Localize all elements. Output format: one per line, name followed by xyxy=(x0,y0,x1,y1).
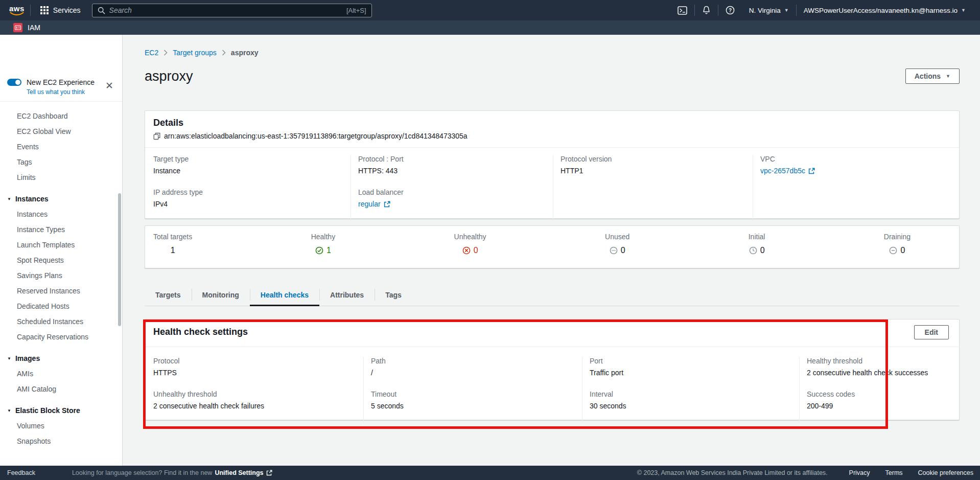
sidebar-section-elastic-block-store[interactable]: ▼ Elastic Block Store xyxy=(0,403,122,418)
details-column-3: Protocol version HTTP1 xyxy=(553,155,753,221)
sidebar-item-launch-templates[interactable]: Launch Templates xyxy=(0,237,122,253)
actions-button[interactable]: Actions ▼ xyxy=(905,68,960,84)
region-selector[interactable]: N. Virginia ▼ xyxy=(742,0,796,20)
field-port: Port Traffic port xyxy=(590,357,799,377)
field-timeout: Timeout 5 seconds xyxy=(371,390,582,410)
field-value: 200-499 xyxy=(807,402,959,410)
sidebar-item-amis[interactable]: AMIs xyxy=(0,366,122,381)
sidebar-section-label: Images xyxy=(15,354,40,362)
services-label: Services xyxy=(53,6,81,14)
sidebar-item-ami-catalog[interactable]: AMI Catalog xyxy=(0,381,122,397)
copy-icon[interactable] xyxy=(153,132,160,140)
services-menu-button[interactable]: Services xyxy=(36,0,85,20)
health-check-column-1: Protocol HTTPS Unhealthy threshold 2 con… xyxy=(145,357,363,423)
summary-value: 0 xyxy=(621,246,625,255)
recently-visited-bar: IAM xyxy=(0,20,980,35)
unhealthy-status-icon xyxy=(462,246,471,255)
unified-settings-link[interactable]: Unified Settings xyxy=(215,469,263,476)
iam-service-link[interactable]: IAM xyxy=(28,24,40,32)
cloudshell-terminal-icon xyxy=(678,6,687,15)
summary-value: 1 xyxy=(326,246,331,255)
sidebar-item-instance-types[interactable]: Instance Types xyxy=(0,222,122,237)
load-balancer-link[interactable]: regular xyxy=(358,200,390,208)
details-column-4: VPC vpc-2657db5c xyxy=(753,155,959,221)
sidebar-item-capacity-reservations[interactable]: Capacity Reservations xyxy=(0,329,122,345)
sidebar-item-snapshots[interactable]: Snapshots xyxy=(0,433,122,449)
targets-summary-panel: Total targets 1 Healthy 1 Unhealthy 0 Un… xyxy=(145,225,960,268)
new-experience-toggle[interactable] xyxy=(7,79,21,86)
global-search[interactable]: [Alt+S] xyxy=(92,4,372,17)
field-target-type: Target type Instance xyxy=(153,155,351,175)
language-notice: Looking for language selection? Find it … xyxy=(72,469,272,476)
field-value: HTTP1 xyxy=(561,167,753,175)
field-label: Load balancer xyxy=(358,188,553,196)
cloudshell-button[interactable] xyxy=(670,0,694,20)
vpc-link[interactable]: vpc-2657db5c xyxy=(760,167,815,175)
field-label: Healthy threshold xyxy=(807,357,959,365)
tab-attributes[interactable]: Attributes xyxy=(319,286,375,306)
summary-value: 1 xyxy=(171,246,175,255)
sidebar-section-instances[interactable]: ▼ Instances xyxy=(0,191,122,207)
sidebar-section-images[interactable]: ▼ Images xyxy=(0,351,122,366)
triangle-down-icon: ▼ xyxy=(7,356,11,361)
sidebar-item-volumes[interactable]: Volumes xyxy=(0,418,122,433)
breadcrumb-ec2[interactable]: EC2 xyxy=(145,49,158,57)
field-value: 5 seconds xyxy=(371,402,582,410)
sidebar-item-reserved-instances[interactable]: Reserved Instances xyxy=(0,283,122,299)
sidebar-item-ec2-global-view[interactable]: EC2 Global View xyxy=(0,124,122,139)
sidebar-nav: EC2 Dashboard EC2 Global View Events Tag… xyxy=(0,102,122,449)
field-label: Success codes xyxy=(807,390,959,398)
edit-button[interactable]: Edit xyxy=(914,325,949,339)
details-grid: Target type Instance IP address type IPv… xyxy=(145,148,959,217)
sidebar-item-dedicated-hosts[interactable]: Dedicated Hosts xyxy=(0,299,122,314)
privacy-link[interactable]: Privacy xyxy=(849,469,870,476)
tell-us-link[interactable]: Tell us what you think xyxy=(27,88,115,96)
sidebar-item-tags[interactable]: Tags xyxy=(0,154,122,170)
summary-label: Total targets xyxy=(153,233,192,241)
tab-monitoring[interactable]: Monitoring xyxy=(192,286,250,306)
bell-icon xyxy=(702,6,711,15)
cookie-preferences-link[interactable]: Cookie preferences xyxy=(918,469,973,476)
field-path: Path / xyxy=(371,357,582,377)
summary-value: 0 xyxy=(900,246,905,255)
external-link-icon xyxy=(266,470,272,476)
close-icon[interactable]: ✕ xyxy=(105,81,113,90)
sidebar-item-limits[interactable]: Limits xyxy=(0,170,122,185)
details-panel: Details arn:aws:elasticloadbalancing:us-… xyxy=(145,110,960,219)
top-nav-bar: aws Services [Alt+S] ? xyxy=(0,0,980,20)
aws-logo[interactable]: aws xyxy=(9,5,25,16)
language-notice-text: Looking for language selection? Find it … xyxy=(72,469,213,476)
breadcrumb-target-groups[interactable]: Target groups xyxy=(173,49,217,57)
summary-unused: Unused 0 xyxy=(605,233,629,268)
sidebar-item-spot-requests[interactable]: Spot Requests xyxy=(0,253,122,268)
sidebar-item-ec2-dashboard[interactable]: EC2 Dashboard xyxy=(0,108,122,124)
aws-logo-text: aws xyxy=(9,5,25,12)
account-menu[interactable]: AWSPowerUserAccess/navaneeth.kn@harness.… xyxy=(797,0,973,20)
terms-link[interactable]: Terms xyxy=(885,469,903,476)
field-label: Unhealthy threshold xyxy=(153,390,363,398)
tab-tags[interactable]: Tags xyxy=(375,286,412,306)
tab-health-checks[interactable]: Health checks xyxy=(250,286,319,306)
topbar-right-group: ? N. Virginia ▼ AWSPowerUserAccess/navan… xyxy=(670,0,973,20)
sidebar-item-savings-plans[interactable]: Savings Plans xyxy=(0,268,122,283)
sidebar-section-label: Elastic Block Store xyxy=(15,406,80,415)
tab-targets[interactable]: Targets xyxy=(145,286,192,306)
initial-status-icon xyxy=(749,246,757,255)
search-input[interactable] xyxy=(109,6,346,14)
notifications-button[interactable] xyxy=(695,0,718,20)
region-label: N. Virginia xyxy=(749,7,781,14)
field-healthy-threshold: Healthy threshold 2 consecutive health c… xyxy=(807,357,959,377)
field-value: / xyxy=(371,369,582,377)
chevron-down-icon: ▼ xyxy=(961,8,966,13)
sidebar-scrollbar[interactable] xyxy=(118,193,121,326)
iam-service-icon[interactable] xyxy=(13,23,22,32)
feedback-link[interactable]: Feedback xyxy=(7,469,35,476)
summary-label: Unhealthy xyxy=(454,233,486,241)
sidebar-item-events[interactable]: Events xyxy=(0,139,122,154)
sidebar-item-instances[interactable]: Instances xyxy=(0,207,122,222)
arn-value: arn:aws:elasticloadbalancing:us-east-1:3… xyxy=(164,132,468,140)
field-protocol-version: Protocol version HTTP1 xyxy=(561,155,753,175)
sidebar-item-scheduled-instances[interactable]: Scheduled Instances xyxy=(0,314,122,329)
field-load-balancer: Load balancer regular xyxy=(358,188,553,208)
help-button[interactable]: ? xyxy=(718,0,742,20)
